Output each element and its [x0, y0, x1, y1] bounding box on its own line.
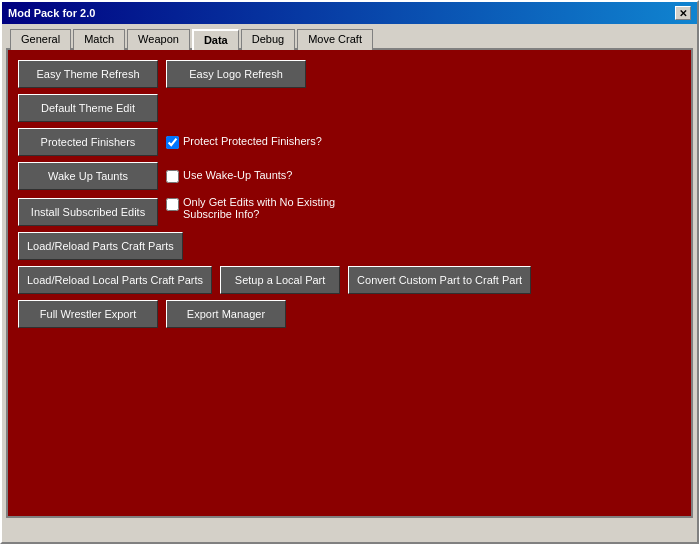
window-title: Mod Pack for 2.0 — [8, 7, 95, 19]
default-theme-edit-button[interactable]: Default Theme Edit — [18, 94, 158, 122]
full-wrestler-export-button[interactable]: Full Wrestler Export — [18, 300, 158, 328]
wake-up-taunts-group: Use Wake-Up Taunts? — [166, 169, 292, 183]
title-bar: Mod Pack for 2.0 ✕ — [2, 2, 697, 24]
tab-general[interactable]: General — [10, 29, 71, 50]
row-8: Full Wrestler Export Export Manager — [18, 300, 681, 328]
easy-logo-refresh-button[interactable]: Easy Logo Refresh — [166, 60, 306, 88]
tab-move-craft[interactable]: Move Craft — [297, 29, 373, 50]
row-2: Default Theme Edit — [18, 94, 681, 122]
export-manager-button[interactable]: Export Manager — [166, 300, 286, 328]
protect-finishers-label: Protect Protected Finishers? — [183, 135, 322, 147]
protect-finishers-checkbox[interactable] — [166, 136, 179, 149]
wake-up-taunts-checkbox[interactable] — [166, 170, 179, 183]
protect-finishers-group: Protect Protected Finishers? — [166, 135, 322, 149]
load-reload-parts-craft-button[interactable]: Load/Reload Parts Craft Parts — [18, 232, 183, 260]
wake-up-taunts-label: Use Wake-Up Taunts? — [183, 169, 292, 181]
tab-weapon[interactable]: Weapon — [127, 29, 190, 50]
controls-grid: Easy Theme Refresh Easy Logo Refresh Def… — [18, 60, 681, 328]
setup-local-part-button[interactable]: Setup a Local Part — [220, 266, 340, 294]
only-get-edits-group: Only Get Edits with No Existing Subscrib… — [166, 196, 383, 220]
convert-custom-part-button[interactable]: Convert Custom Part to Craft Part — [348, 266, 531, 294]
row-6: Load/Reload Parts Craft Parts — [18, 232, 681, 260]
row-3: Protected Finishers Protect Protected Fi… — [18, 128, 681, 156]
only-get-edits-label: Only Get Edits with No Existing Subscrib… — [183, 196, 383, 220]
row-7: Load/Reload Local Parts Craft Parts Setu… — [18, 266, 681, 294]
load-reload-local-parts-button[interactable]: Load/Reload Local Parts Craft Parts — [18, 266, 212, 294]
install-subscribed-edits-button[interactable]: Install Subscribed Edits — [18, 198, 158, 226]
easy-theme-refresh-button[interactable]: Easy Theme Refresh — [18, 60, 158, 88]
row-4: Wake Up Taunts Use Wake-Up Taunts? — [18, 162, 681, 190]
tab-match[interactable]: Match — [73, 29, 125, 50]
tab-bar: General Match Weapon Data Debug Move Cra… — [6, 28, 693, 49]
tab-content-data: Easy Theme Refresh Easy Logo Refresh Def… — [6, 48, 693, 518]
row-5: Install Subscribed Edits Only Get Edits … — [18, 196, 681, 226]
tab-debug[interactable]: Debug — [241, 29, 295, 50]
only-get-edits-checkbox[interactable] — [166, 198, 179, 211]
main-window: Mod Pack for 2.0 ✕ General Match Weapon … — [0, 0, 699, 544]
close-button[interactable]: ✕ — [675, 6, 691, 20]
tab-data[interactable]: Data — [192, 29, 239, 50]
wake-up-taunts-button[interactable]: Wake Up Taunts — [18, 162, 158, 190]
window-body: General Match Weapon Data Debug Move Cra… — [2, 24, 697, 522]
protected-finishers-button[interactable]: Protected Finishers — [18, 128, 158, 156]
row-1: Easy Theme Refresh Easy Logo Refresh — [18, 60, 681, 88]
